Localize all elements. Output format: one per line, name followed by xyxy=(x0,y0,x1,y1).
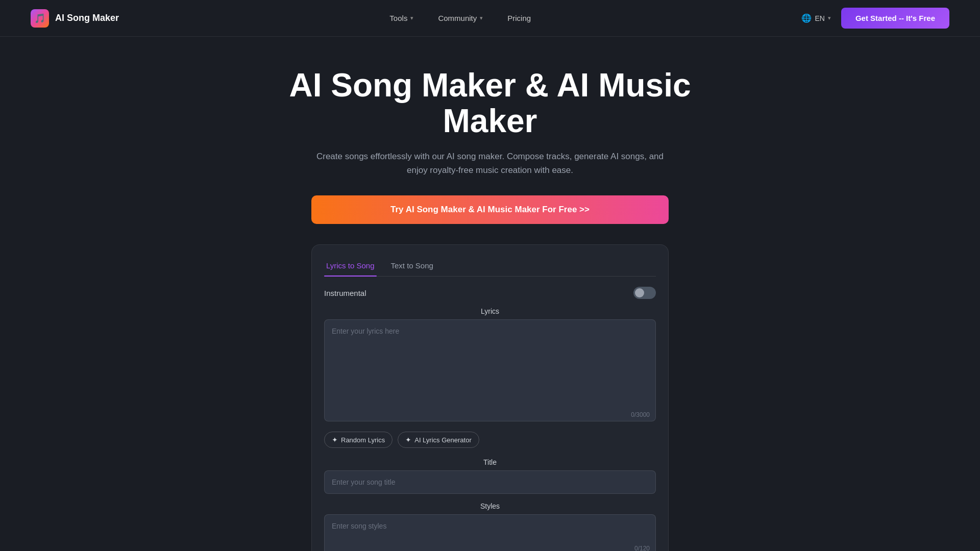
ai-lyrics-generator-button[interactable]: ✦ AI Lyrics Generator xyxy=(398,432,479,448)
lang-chevron-icon: ▾ xyxy=(828,15,831,21)
nav-pricing-label: Pricing xyxy=(507,14,531,22)
logo-emoji: 🎵 xyxy=(34,13,45,24)
styles-label: Styles xyxy=(324,502,656,510)
styles-textarea[interactable] xyxy=(324,514,656,551)
instrumental-toggle[interactable] xyxy=(633,287,656,299)
tab-lyrics-to-song[interactable]: Lyrics to Song xyxy=(324,257,377,276)
lang-label: EN xyxy=(815,14,824,22)
random-lyrics-label: Random Lyrics xyxy=(341,436,385,444)
nav-tools[interactable]: Tools ▾ xyxy=(387,10,415,27)
title-field-group: Title xyxy=(324,458,656,494)
nav-community-label: Community xyxy=(438,14,477,22)
styles-textarea-wrapper: 0/120 xyxy=(324,514,656,551)
logo-icon: 🎵 xyxy=(31,9,49,28)
lyrics-textarea-wrapper: 0/3000 xyxy=(324,319,656,423)
logo-text: AI Song Maker xyxy=(55,13,119,23)
get-started-button[interactable]: Get Started -- It's Free xyxy=(841,8,949,29)
hero-cta-button[interactable]: Try AI Song Maker & AI Music Maker For F… xyxy=(311,195,669,224)
hero-section: AI Song Maker & AI Music Maker Create so… xyxy=(0,37,980,551)
hero-subtitle: Create songs effortlessly with our AI so… xyxy=(311,149,669,177)
nav-pricing[interactable]: Pricing xyxy=(505,10,533,27)
styles-field-group: Styles 0/120 # Genre › # Vibes › # Tempo… xyxy=(324,502,656,551)
title-input[interactable] xyxy=(324,470,656,494)
ai-lyrics-label: AI Lyrics Generator xyxy=(414,436,472,444)
tab-text-to-song[interactable]: Text to Song xyxy=(389,257,435,276)
styles-char-count: 0/120 xyxy=(634,545,650,551)
tabs-row: Lyrics to Song Text to Song xyxy=(324,257,656,277)
title-label: Title xyxy=(324,458,656,466)
tools-chevron-icon: ▾ xyxy=(410,15,413,21)
ai-lyrics-icon: ✦ xyxy=(405,436,411,444)
nav-community[interactable]: Community ▾ xyxy=(436,10,485,27)
random-lyrics-icon: ✦ xyxy=(332,436,338,444)
song-maker-card: Lyrics to Song Text to Song Instrumental… xyxy=(311,244,669,551)
lyrics-action-buttons: ✦ Random Lyrics ✦ AI Lyrics Generator xyxy=(324,432,656,448)
community-chevron-icon: ▾ xyxy=(480,15,483,21)
lyrics-label: Lyrics xyxy=(324,307,656,315)
navbar: 🎵 AI Song Maker Tools ▾ Community ▾ Pric… xyxy=(0,0,980,37)
lyrics-textarea[interactable] xyxy=(324,319,656,421)
random-lyrics-button[interactable]: ✦ Random Lyrics xyxy=(324,432,393,448)
instrumental-label: Instrumental xyxy=(324,289,366,297)
navbar-right: 🌐 EN ▾ Get Started -- It's Free xyxy=(801,8,949,29)
nav-tools-label: Tools xyxy=(389,14,407,22)
hero-title: AI Song Maker & AI Music Maker xyxy=(260,67,720,139)
lyrics-field-group: Lyrics 0/3000 xyxy=(324,307,656,423)
instrumental-row: Instrumental xyxy=(324,287,656,299)
nav-menu: Tools ▾ Community ▾ Pricing xyxy=(387,10,533,27)
logo-area: 🎵 AI Song Maker xyxy=(31,9,119,28)
globe-icon: 🌐 xyxy=(801,13,812,23)
language-selector[interactable]: 🌐 EN ▾ xyxy=(801,13,830,23)
lyrics-char-count: 0/3000 xyxy=(631,411,650,418)
